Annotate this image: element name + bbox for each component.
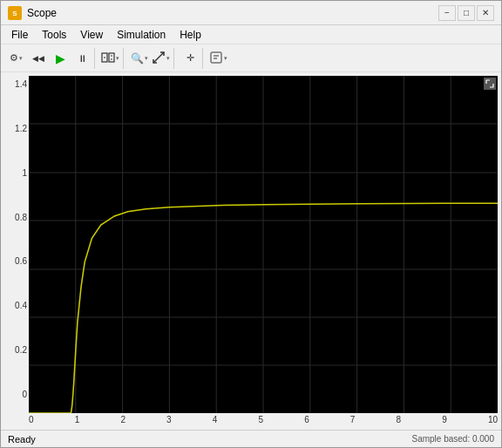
svg-rect-3 <box>109 53 114 62</box>
play-icon: ▶ <box>56 51 65 65</box>
cursor-icon: ✛ <box>187 52 194 64</box>
zoom-in-icon: 🔍 <box>131 52 144 64</box>
previous-button[interactable]: ◀◀ <box>28 48 49 69</box>
status-bar: Ready Sample based: 0.000 <box>1 430 501 447</box>
plot-wrapper: 1.4 1.2 1 0.8 0.6 0.4 0.2 0 <box>4 76 498 413</box>
zoom-in-arrow: ▾ <box>144 55 149 62</box>
y-label-1: 1 <box>22 168 27 178</box>
toolbar-group-1: ⚙ ▾ ◀◀ ▶ ⏸ <box>4 48 95 69</box>
app-icon: S <box>8 6 22 20</box>
toolbar-group-2: ▾ <box>98 48 124 69</box>
y-axis: 1.4 1.2 1 0.8 0.6 0.4 0.2 0 <box>4 76 29 413</box>
x-label-4: 4 <box>213 415 218 424</box>
previous-icon: ◀◀ <box>32 54 44 63</box>
minimize-button[interactable]: − <box>438 5 456 21</box>
svg-rect-8 <box>211 52 221 63</box>
autoscale-button[interactable]: ▾ <box>100 48 121 69</box>
zoom-xy-icon <box>152 51 166 66</box>
cursor-button[interactable]: ✛ <box>180 48 200 69</box>
settings-arrow: ▾ <box>18 55 24 62</box>
x-label-5: 5 <box>258 415 263 424</box>
menu-file[interactable]: File <box>4 27 35 43</box>
chart-area[interactable] <box>29 76 498 413</box>
settings-button[interactable]: ⚙ ▾ <box>6 48 27 69</box>
x-label-0: 0 <box>29 415 34 424</box>
menu-simulation[interactable]: Simulation <box>110 27 173 43</box>
x-label-3: 3 <box>166 415 172 424</box>
x-label-7: 7 <box>350 415 356 424</box>
x-label-1: 1 <box>75 415 80 424</box>
plot-container: 1.4 1.2 1 0.8 0.6 0.4 0.2 0 <box>1 72 501 430</box>
autoscale-icon <box>101 51 115 66</box>
autoscale-arrow: ▾ <box>115 55 120 62</box>
toolbar-group-5: ▾ <box>207 48 231 69</box>
window-controls: − □ ✕ <box>438 5 494 21</box>
x-label-6: 6 <box>304 415 309 424</box>
toolbar-group-3: 🔍 ▾ ▾ <box>127 48 174 69</box>
x-label-9: 9 <box>442 415 447 424</box>
restore-button[interactable]: □ <box>458 5 475 21</box>
x-axis: 0 1 2 3 4 5 6 7 8 9 10 <box>4 413 498 426</box>
data-tips-icon <box>209 51 223 66</box>
title-bar: S Scope − □ ✕ <box>1 1 501 25</box>
x-label-8: 8 <box>397 415 402 424</box>
status-sample: Sample based: 0.000 <box>411 434 494 444</box>
toolbar-group-4: ✛ <box>178 48 203 69</box>
settings-icon: ⚙ <box>10 52 18 64</box>
y-label-1.4: 1.4 <box>15 79 27 89</box>
y-label-0.6: 0.6 <box>15 256 27 266</box>
status-ready: Ready <box>8 434 411 445</box>
main-content: 1.4 1.2 1 0.8 0.6 0.4 0.2 0 <box>1 72 501 430</box>
chart-svg <box>29 76 498 413</box>
svg-text:S: S <box>12 10 17 17</box>
menu-bar: File Tools View Simulation Help <box>1 25 501 44</box>
zoom-in-button[interactable]: 🔍 ▾ <box>129 48 150 69</box>
x-label-2: 2 <box>120 415 126 424</box>
close-button[interactable]: ✕ <box>477 5 494 21</box>
zoom-xy-button[interactable]: ▾ <box>151 48 172 69</box>
menu-tools[interactable]: Tools <box>35 27 73 43</box>
pause-button[interactable]: ⏸ <box>71 48 92 69</box>
main-window: S Scope − □ ✕ File Tools View Simulation… <box>0 0 502 448</box>
menu-help[interactable]: Help <box>173 27 208 43</box>
zoom-xy-arrow: ▾ <box>166 55 171 62</box>
menu-view[interactable]: View <box>73 27 110 43</box>
expand-button[interactable] <box>484 78 496 90</box>
toolbar: ⚙ ▾ ◀◀ ▶ ⏸ <box>1 44 501 72</box>
x-label-10: 10 <box>488 415 498 424</box>
y-label-0: 0 <box>22 390 27 399</box>
play-button[interactable]: ▶ <box>50 48 71 69</box>
y-label-1.2: 1.2 <box>15 124 27 133</box>
data-tips-arrow: ▾ <box>223 55 228 62</box>
pause-icon: ⏸ <box>78 53 87 64</box>
y-label-0.2: 0.2 <box>15 345 27 355</box>
window-title: Scope <box>27 7 438 19</box>
data-tips-button[interactable]: ▾ <box>208 48 229 69</box>
svg-line-7 <box>153 52 164 63</box>
y-label-0.4: 0.4 <box>15 301 27 310</box>
y-label-0.8: 0.8 <box>15 213 27 222</box>
